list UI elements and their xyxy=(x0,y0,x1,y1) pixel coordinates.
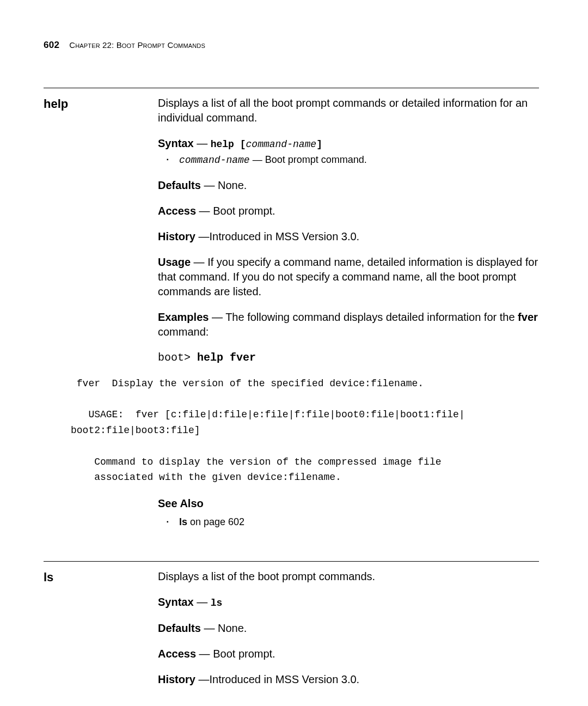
help-example-cmdline: boot> help fver xyxy=(158,350,539,365)
help-examples-intro: Examples — The following command display… xyxy=(158,310,539,339)
ls-history: History —Introduced in MSS Version 3.0. xyxy=(158,672,539,687)
ls-body: Displays a list of the boot prompt comma… xyxy=(158,569,539,697)
ls-access: Access — Boot prompt. xyxy=(158,647,539,661)
param-sep: — xyxy=(250,154,265,165)
syntax-cmd-ls: ls xyxy=(211,598,223,608)
defaults-label-ls: Defaults xyxy=(158,622,201,634)
syntax-prefix: help [ xyxy=(211,139,246,150)
history-value-ls: —Introduced in MSS Version 3.0. xyxy=(195,673,359,685)
help-body: Displays a list of all the boot prompt c… xyxy=(158,96,539,539)
param-name: command-name xyxy=(179,155,250,166)
ls-defaults: Defaults — None. xyxy=(158,621,539,636)
param-desc: Boot prompt command. xyxy=(265,154,367,165)
see-also-list: ls on page 602 xyxy=(167,515,539,528)
section-help: help Displays a list of all the boot pro… xyxy=(44,88,539,539)
help-access: Access — Boot prompt. xyxy=(158,204,539,218)
examples-label: Examples xyxy=(158,311,209,323)
help-param-item: command-name — Boot prompt command. xyxy=(167,153,539,167)
defaults-label: Defaults xyxy=(158,179,201,191)
examples-cmd: fver xyxy=(518,311,538,323)
access-value-ls: — Boot prompt. xyxy=(196,648,275,660)
help-param-list: command-name — Boot prompt command. xyxy=(167,153,539,167)
history-label: History xyxy=(158,230,195,242)
see-also-item: ls on page 602 xyxy=(167,515,539,528)
section-ls: ls Displays a list of the boot prompt co… xyxy=(44,561,539,697)
defaults-value-ls: — None. xyxy=(201,622,247,634)
history-label-ls: History xyxy=(158,673,195,685)
examples-outro: command: xyxy=(158,326,209,338)
syntax-label: Syntax xyxy=(158,137,194,149)
help-defaults: Defaults — None. xyxy=(158,178,539,193)
access-value: — Boot prompt. xyxy=(196,205,275,217)
syntax-suffix: ] xyxy=(316,139,322,150)
help-usage: Usage — If you specify a command name, d… xyxy=(158,255,539,299)
ls-description: Displays a list of the boot prompt comma… xyxy=(158,569,539,584)
help-example-output: fver Display the version of the specifie… xyxy=(71,376,539,486)
example-prompt: boot> xyxy=(158,351,197,364)
usage-label: Usage xyxy=(158,256,191,268)
page: 602 Chapter 22: Boot Prompt Commands hel… xyxy=(0,0,588,706)
running-header: 602 Chapter 22: Boot Prompt Commands xyxy=(44,39,539,52)
usage-value: — If you specify a command name, detaile… xyxy=(158,256,538,297)
command-name-ls: ls xyxy=(44,569,158,697)
syntax-label-ls: Syntax xyxy=(158,596,194,608)
chapter-label: Chapter 22: Boot Prompt Commands xyxy=(69,40,205,51)
syntax-var: command-name xyxy=(246,139,317,150)
see-also-cmd: ls xyxy=(179,516,187,527)
help-history: History —Introduced in MSS Version 3.0. xyxy=(158,229,539,244)
help-syntax-line: Syntax — help [command-name] xyxy=(158,136,539,151)
page-number: 602 xyxy=(44,39,59,52)
examples-intro-text: — The following command displays detaile… xyxy=(209,311,518,323)
defaults-value: — None. xyxy=(201,179,247,191)
access-label-ls: Access xyxy=(158,648,196,660)
see-also-heading: See Also xyxy=(158,496,539,511)
history-value: —Introduced in MSS Version 3.0. xyxy=(195,230,359,242)
access-label: Access xyxy=(158,205,196,217)
see-also-rest: on page 602 xyxy=(187,516,244,527)
example-cmdline: help fver xyxy=(197,351,256,364)
help-description: Displays a list of all the boot prompt c… xyxy=(158,96,539,125)
ls-syntax-line: Syntax — ls xyxy=(158,595,539,610)
